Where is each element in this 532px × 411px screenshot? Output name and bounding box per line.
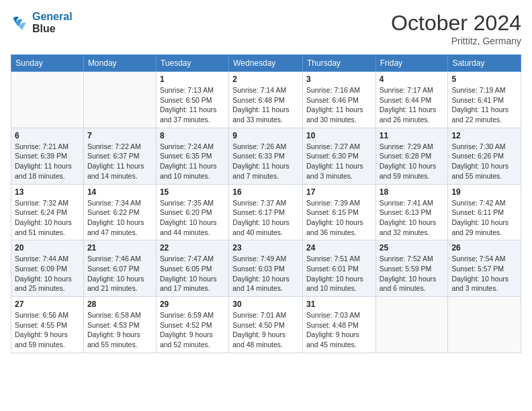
day-number: 9 (232, 131, 299, 140)
calendar-header-row: SundayMondayTuesdayWednesdayThursdayFrid… (11, 55, 521, 72)
day-number: 27 (15, 300, 80, 309)
day-info: Sunrise: 7:26 AM Sunset: 6:33 PM Dayligh… (232, 142, 299, 181)
day-info: Sunrise: 7:29 AM Sunset: 6:28 PM Dayligh… (380, 142, 445, 181)
day-number: 26 (451, 243, 517, 253)
day-info: Sunrise: 7:24 AM Sunset: 6:35 PM Dayligh… (160, 142, 225, 181)
calendar-cell: 20Sunrise: 7:44 AM Sunset: 6:09 PM Dayli… (11, 240, 84, 297)
day-number: 11 (380, 131, 445, 140)
day-number: 29 (160, 300, 225, 309)
logo-icon (11, 13, 30, 32)
day-info: Sunrise: 7:54 AM Sunset: 5:57 PM Dayligh… (451, 254, 517, 293)
day-number: 12 (451, 131, 517, 140)
day-number: 6 (15, 131, 80, 140)
header-saturday: Saturday (448, 55, 521, 72)
day-info: Sunrise: 7:42 AM Sunset: 6:11 PM Dayligh… (451, 198, 517, 238)
calendar-cell: 18Sunrise: 7:41 AM Sunset: 6:13 PM Dayli… (375, 184, 448, 240)
header-tuesday: Tuesday (156, 55, 228, 72)
logo-text: General Blue (32, 11, 73, 35)
day-info: Sunrise: 7:19 AM Sunset: 6:41 PM Dayligh… (451, 85, 517, 125)
day-number: 23 (232, 243, 299, 253)
day-number: 19 (451, 187, 517, 197)
day-number: 15 (160, 187, 225, 197)
day-info: Sunrise: 7:22 AM Sunset: 6:37 PM Dayligh… (87, 142, 152, 181)
day-number: 30 (232, 300, 299, 309)
calendar-cell: 24Sunrise: 7:51 AM Sunset: 6:01 PM Dayli… (303, 240, 376, 297)
day-info: Sunrise: 7:35 AM Sunset: 6:20 PM Dayligh… (160, 198, 225, 238)
day-number: 13 (15, 187, 80, 197)
calendar-cell: 25Sunrise: 7:52 AM Sunset: 5:59 PM Dayli… (375, 240, 448, 297)
day-number: 28 (87, 300, 152, 309)
calendar-table: SundayMondayTuesdayWednesdayThursdayFrid… (11, 54, 521, 353)
day-info: Sunrise: 7:44 AM Sunset: 6:09 PM Dayligh… (15, 254, 80, 293)
header-friday: Friday (375, 55, 448, 72)
day-info: Sunrise: 7:14 AM Sunset: 6:48 PM Dayligh… (232, 85, 299, 125)
calendar-cell: 31Sunrise: 7:03 AM Sunset: 4:48 PM Dayli… (303, 297, 376, 353)
day-number: 24 (306, 243, 372, 253)
calendar-cell (448, 297, 521, 353)
calendar-cell: 16Sunrise: 7:37 AM Sunset: 6:17 PM Dayli… (229, 184, 303, 240)
day-number: 25 (380, 243, 445, 253)
day-number: 4 (380, 75, 445, 84)
day-number: 1 (160, 75, 225, 84)
day-number: 5 (451, 75, 517, 84)
header-monday: Monday (83, 55, 156, 72)
calendar-cell: 27Sunrise: 6:56 AM Sunset: 4:55 PM Dayli… (11, 297, 84, 353)
header-wednesday: Wednesday (229, 55, 303, 72)
calendar-week-2: 13Sunrise: 7:32 AM Sunset: 6:24 PM Dayli… (11, 184, 521, 240)
calendar-cell: 11Sunrise: 7:29 AM Sunset: 6:28 PM Dayli… (375, 128, 448, 184)
calendar-cell: 30Sunrise: 7:01 AM Sunset: 4:50 PM Dayli… (229, 297, 303, 353)
calendar-cell: 15Sunrise: 7:35 AM Sunset: 6:20 PM Dayli… (156, 184, 228, 240)
day-info: Sunrise: 7:49 AM Sunset: 6:03 PM Dayligh… (232, 254, 299, 293)
title-block: October 2024 Prittitz, Germany (391, 11, 521, 46)
calendar-cell: 7Sunrise: 7:22 AM Sunset: 6:37 PM Daylig… (83, 128, 156, 184)
day-number: 10 (306, 131, 372, 140)
day-info: Sunrise: 7:32 AM Sunset: 6:24 PM Dayligh… (15, 198, 80, 238)
header-sunday: Sunday (11, 55, 84, 72)
calendar-cell: 28Sunrise: 6:58 AM Sunset: 4:53 PM Dayli… (83, 297, 156, 353)
day-info: Sunrise: 6:58 AM Sunset: 4:53 PM Dayligh… (87, 310, 152, 350)
calendar-cell: 1Sunrise: 7:13 AM Sunset: 6:50 PM Daylig… (156, 72, 228, 128)
location: Prittitz, Germany (391, 36, 521, 46)
logo: General Blue (11, 11, 73, 35)
day-number: 22 (160, 243, 225, 253)
day-number: 31 (306, 300, 372, 309)
day-info: Sunrise: 7:51 AM Sunset: 6:01 PM Dayligh… (306, 254, 372, 293)
day-number: 20 (15, 243, 80, 253)
day-number: 3 (306, 75, 372, 84)
calendar-cell: 26Sunrise: 7:54 AM Sunset: 5:57 PM Dayli… (448, 240, 521, 297)
day-number: 17 (306, 187, 372, 197)
calendar-week-0: 1Sunrise: 7:13 AM Sunset: 6:50 PM Daylig… (11, 72, 521, 128)
day-info: Sunrise: 7:21 AM Sunset: 6:39 PM Dayligh… (15, 142, 80, 181)
page-header: General Blue October 2024 Prittitz, Germ… (11, 11, 521, 46)
calendar-cell: 23Sunrise: 7:49 AM Sunset: 6:03 PM Dayli… (229, 240, 303, 297)
calendar-week-3: 20Sunrise: 7:44 AM Sunset: 6:09 PM Dayli… (11, 240, 521, 297)
day-info: Sunrise: 7:16 AM Sunset: 6:46 PM Dayligh… (306, 85, 372, 125)
calendar-cell (375, 297, 448, 353)
calendar-cell: 10Sunrise: 7:27 AM Sunset: 6:30 PM Dayli… (303, 128, 376, 184)
day-number: 18 (380, 187, 445, 197)
day-info: Sunrise: 7:47 AM Sunset: 6:05 PM Dayligh… (160, 254, 225, 293)
calendar-cell: 19Sunrise: 7:42 AM Sunset: 6:11 PM Dayli… (448, 184, 521, 240)
calendar-cell: 2Sunrise: 7:14 AM Sunset: 6:48 PM Daylig… (229, 72, 303, 128)
day-number: 7 (87, 131, 152, 140)
day-number: 14 (87, 187, 152, 197)
day-info: Sunrise: 7:46 AM Sunset: 6:07 PM Dayligh… (87, 254, 152, 293)
calendar-week-4: 27Sunrise: 6:56 AM Sunset: 4:55 PM Dayli… (11, 297, 521, 353)
day-info: Sunrise: 7:27 AM Sunset: 6:30 PM Dayligh… (306, 142, 372, 181)
calendar-cell: 21Sunrise: 7:46 AM Sunset: 6:07 PM Dayli… (83, 240, 156, 297)
calendar-cell: 12Sunrise: 7:30 AM Sunset: 6:26 PM Dayli… (448, 128, 521, 184)
day-info: Sunrise: 7:52 AM Sunset: 5:59 PM Dayligh… (380, 254, 445, 293)
day-info: Sunrise: 7:30 AM Sunset: 6:26 PM Dayligh… (451, 142, 517, 181)
calendar-cell: 17Sunrise: 7:39 AM Sunset: 6:15 PM Dayli… (303, 184, 376, 240)
calendar-cell: 9Sunrise: 7:26 AM Sunset: 6:33 PM Daylig… (229, 128, 303, 184)
calendar-cell: 8Sunrise: 7:24 AM Sunset: 6:35 PM Daylig… (156, 128, 228, 184)
day-number: 21 (87, 243, 152, 253)
header-thursday: Thursday (303, 55, 376, 72)
day-info: Sunrise: 7:34 AM Sunset: 6:22 PM Dayligh… (87, 198, 152, 238)
calendar-cell: 6Sunrise: 7:21 AM Sunset: 6:39 PM Daylig… (11, 128, 84, 184)
day-number: 2 (232, 75, 299, 84)
day-info: Sunrise: 7:03 AM Sunset: 4:48 PM Dayligh… (306, 310, 372, 350)
day-number: 8 (160, 131, 225, 140)
day-number: 16 (232, 187, 299, 197)
calendar-cell (11, 72, 84, 128)
